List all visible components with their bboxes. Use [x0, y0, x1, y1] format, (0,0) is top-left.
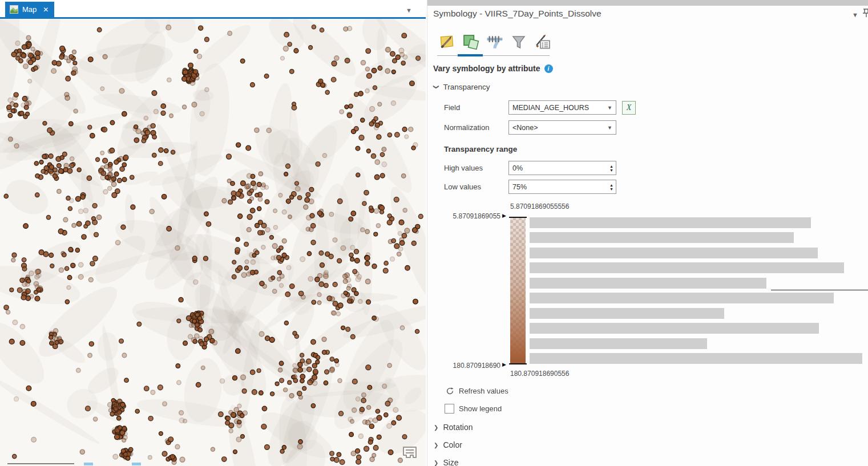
high-values-input[interactable]: 0% ▲▼ — [508, 161, 616, 175]
histogram-bar — [530, 308, 724, 319]
arcgis-pro-window: Map ✕ ▼ Symbology - VIIRS_7Day_Points_Di… — [0, 0, 868, 466]
low-values-label: Low values — [444, 183, 481, 191]
map-bottom-indicator — [84, 463, 93, 465]
histogram-max-value: 5.87091869055556 — [510, 202, 569, 210]
info-icon[interactable]: i — [544, 64, 553, 73]
set-expression-button[interactable]: X — [622, 101, 636, 115]
spinner-buttons[interactable]: ▲▼ — [609, 164, 613, 172]
panel-menu-icon[interactable]: ▼ — [852, 11, 858, 18]
histogram-bar — [530, 217, 811, 228]
toolbar-divider — [437, 55, 550, 56]
high-values-label: High values — [444, 164, 483, 172]
panel-drag-strip[interactable] — [427, 0, 868, 6]
show-legend-row: Show legend — [445, 404, 502, 414]
spinner-buttons[interactable]: ▲▼ — [609, 183, 613, 191]
tabbar-dropdown-icon[interactable]: ▼ — [406, 7, 412, 14]
panel-pin-icon[interactable] — [862, 8, 868, 18]
refresh-values-button[interactable]: Refresh values — [446, 387, 508, 395]
histogram-bar — [530, 248, 818, 258]
histogram-line — [771, 290, 868, 290]
histogram-bar — [530, 353, 862, 364]
map-tab-icon — [10, 5, 18, 14]
symbology-panel: Symbology - VIIRS_7Day_Points_Dissolve ▼ — [427, 0, 868, 466]
map-tab-label: Map — [22, 5, 37, 14]
map-bottom-indicator — [132, 463, 141, 465]
size-section-header[interactable]: ❯ Size — [434, 458, 459, 466]
show-legend-checkbox[interactable] — [445, 404, 454, 414]
normalization-dropdown[interactable]: <None> ▼ — [508, 120, 616, 135]
scale-based-symbol-classes-tab[interactable] — [508, 30, 530, 55]
histogram-bar — [530, 293, 834, 303]
transparency-ramp[interactable] — [510, 217, 526, 364]
color-section-header[interactable]: ❯ Color — [434, 440, 462, 449]
vary-symbology-by-attribute-tab[interactable] — [460, 30, 482, 55]
histogram-bars — [530, 217, 868, 364]
histogram-top-handle[interactable]: ▶ — [502, 213, 506, 218]
map-canvas[interactable] — [0, 19, 426, 466]
ramp-top-tick — [509, 217, 527, 218]
advanced-symbology-options-tab[interactable] — [532, 30, 554, 55]
histogram-bar — [530, 278, 766, 289]
histogram-bar — [530, 323, 819, 334]
show-legend-label: Show legend — [459, 404, 502, 413]
normalization-label: Normalization — [444, 123, 489, 132]
symbology-toolbar — [436, 30, 554, 56]
panel-title: Symbology - VIIRS_7Day_Points_Dissolve — [433, 9, 601, 19]
map-pane: Map ✕ ▼ — [0, 0, 426, 466]
histogram-min-value: 180.870918690556 — [510, 370, 569, 378]
ramp-bottom-tick — [509, 363, 527, 364]
vary-symbology-heading: Vary symbology by attribute i — [433, 64, 553, 73]
low-values-input[interactable]: 75% ▲▼ — [508, 180, 616, 194]
histogram-handle-bottom-value: 180.870918690 — [433, 362, 500, 370]
transparency-section-header[interactable]: ❯ Transparency — [434, 83, 490, 91]
histogram-bar — [530, 262, 844, 273]
histogram-bar — [530, 338, 707, 349]
histogram-handle-top-value: 5.87091869055 — [433, 212, 500, 220]
map-view-tab[interactable]: Map ✕ — [5, 2, 54, 17]
transparency-range-heading: Transparency range — [444, 145, 517, 153]
histogram-bottom-handle[interactable]: ▶ — [502, 362, 506, 367]
chevron-down-icon: ▼ — [607, 125, 612, 131]
toolbar-active-indicator — [458, 54, 483, 56]
view-tab-bar: Map ✕ ▼ — [0, 0, 426, 17]
field-dropdown[interactable]: MEDIAN_AGE_HOURS ▼ — [508, 100, 616, 115]
map-bottom-scroll-track — [7, 463, 74, 464]
refresh-icon — [446, 387, 454, 395]
rotation-section-header[interactable]: ❯ Rotation — [434, 423, 473, 432]
map-tab-close-icon[interactable]: ✕ — [43, 6, 49, 14]
histogram-bar — [530, 232, 794, 243]
field-label: Field — [444, 103, 460, 112]
chevron-down-icon: ▼ — [607, 105, 612, 111]
symbol-layer-drawing-tab[interactable] — [484, 30, 506, 55]
primary-symbology-tab[interactable] — [436, 30, 458, 55]
map-flag-button[interactable] — [399, 443, 421, 462]
